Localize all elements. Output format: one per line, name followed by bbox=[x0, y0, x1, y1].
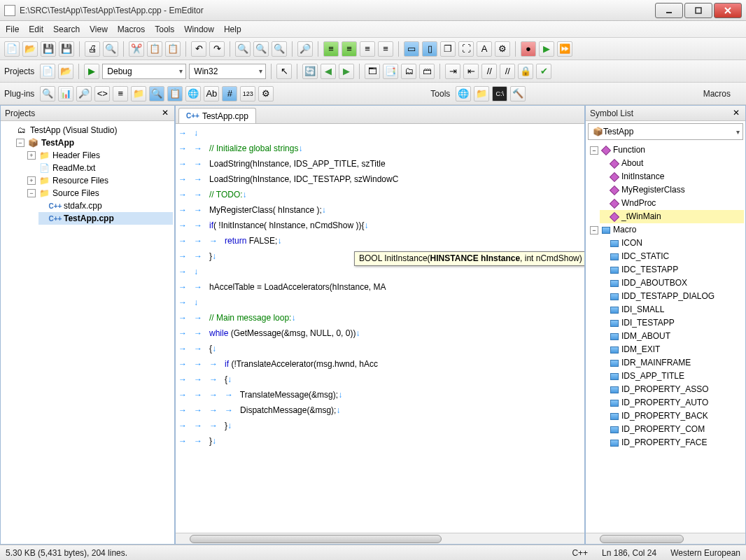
symbol-macro[interactable]: IDI_SMALL bbox=[600, 303, 744, 316]
check-icon[interactable]: ✔ bbox=[536, 64, 551, 79]
symbol-macro[interactable]: IDI_TESTAPP bbox=[600, 316, 744, 330]
symbol-macro[interactable]: IDC_TESTAPP bbox=[600, 263, 744, 276]
print-icon[interactable]: 🖨 bbox=[85, 41, 100, 57]
plugin-htmlbar-icon[interactable]: <> bbox=[94, 86, 110, 102]
maximize-button[interactable] bbox=[684, 3, 712, 18]
symbol-macro[interactable]: IDM_EXIT bbox=[600, 343, 744, 356]
zoom-fit-icon[interactable]: 🔍 bbox=[272, 41, 287, 57]
back-icon[interactable]: ◀ bbox=[321, 64, 336, 79]
symbol-group-macro[interactable]: −Macro bbox=[590, 223, 744, 237]
tile-horz-icon[interactable]: ▭ bbox=[404, 41, 419, 57]
tool-ie-icon[interactable]: 🌐 bbox=[456, 86, 471, 102]
redo-icon[interactable]: ↷ bbox=[209, 41, 225, 57]
tree-folder-resource[interactable]: +📁Resource Files bbox=[27, 174, 173, 187]
plugin-diff-icon[interactable]: 📊 bbox=[58, 86, 73, 102]
menu-tools[interactable]: Tools bbox=[155, 24, 174, 34]
font-inc-icon[interactable]: A bbox=[477, 41, 492, 57]
open-project-icon[interactable]: 📂 bbox=[58, 64, 73, 79]
new-project-icon[interactable]: 📄 bbox=[40, 64, 55, 79]
plugin-explorer-icon[interactable]: 🔍 bbox=[40, 86, 55, 102]
plugin-webpreview-icon[interactable]: 🌐 bbox=[185, 86, 201, 102]
plugin-search-icon[interactable]: 🔍 bbox=[149, 86, 164, 102]
symbol-function[interactable]: InitInstance bbox=[600, 170, 744, 183]
symbol-function[interactable]: WndProc bbox=[600, 197, 744, 210]
tree-folder-source[interactable]: −📁Source Files bbox=[27, 187, 173, 200]
plugin-outline-icon[interactable]: ≡ bbox=[113, 86, 128, 102]
symbols-icon[interactable]: 🗂 bbox=[401, 64, 416, 79]
cascade-icon[interactable]: ❐ bbox=[440, 41, 456, 57]
symbol-horizontal-scrollbar[interactable] bbox=[586, 533, 745, 544]
cut-icon[interactable]: ✂️ bbox=[129, 41, 144, 57]
open-window-icon[interactable]: 🗔 bbox=[365, 64, 380, 79]
cursor-icon[interactable]: ↖ bbox=[276, 64, 292, 79]
menu-help[interactable]: Help bbox=[224, 24, 241, 34]
minimize-button[interactable] bbox=[655, 3, 683, 18]
symbol-panel-close-icon[interactable]: ✕ bbox=[731, 108, 741, 118]
tab-testapp[interactable]: C++ TestApp.cpp bbox=[178, 108, 256, 123]
plugin-projects-icon[interactable]: 📁 bbox=[131, 86, 146, 102]
platform-dropdown[interactable]: Win32 bbox=[189, 64, 266, 79]
symbol-macro[interactable]: IDM_ABOUT bbox=[600, 330, 744, 343]
copy-icon[interactable]: 📋 bbox=[147, 41, 162, 57]
wrap-col-icon[interactable]: ≡ bbox=[378, 41, 393, 57]
tool-hammer-icon[interactable]: 🔨 bbox=[510, 86, 526, 102]
undo-icon[interactable]: ↶ bbox=[191, 41, 206, 57]
outdent-icon[interactable]: ⇤ bbox=[463, 64, 479, 79]
plugin-wordcomplete-icon[interactable]: Ab bbox=[204, 86, 219, 102]
save-all-icon[interactable]: 💾 bbox=[59, 41, 74, 57]
menu-search[interactable]: Search bbox=[53, 24, 80, 34]
config-dropdown[interactable]: Debug bbox=[102, 64, 186, 79]
find-icon[interactable]: 🔎 bbox=[297, 41, 313, 57]
comment-icon[interactable]: // bbox=[481, 64, 497, 79]
lock-icon[interactable]: 🔒 bbox=[518, 64, 533, 79]
uncomment-icon[interactable]: // bbox=[500, 64, 515, 79]
hierarchy-icon[interactable]: 🗃 bbox=[419, 64, 435, 79]
tile-vert-icon[interactable]: ▯ bbox=[422, 41, 437, 57]
symbol-macro[interactable]: ID_PROPERTY_COM bbox=[600, 423, 744, 436]
save-icon[interactable]: 💾 bbox=[41, 41, 56, 57]
symbol-function[interactable]: _tWinMain bbox=[600, 210, 744, 223]
symbol-macro[interactable]: IDD_TESTAPP_DIALOG bbox=[600, 290, 744, 303]
new-file-icon[interactable]: 📄 bbox=[4, 41, 20, 57]
symbol-group-function[interactable]: −Function bbox=[590, 144, 744, 157]
tree-project[interactable]: −📦TestApp bbox=[16, 136, 173, 149]
menu-edit[interactable]: Edit bbox=[29, 24, 43, 34]
bookmarks-icon[interactable]: 📑 bbox=[383, 64, 398, 79]
symbol-macro[interactable]: IDD_ABOUTBOX bbox=[600, 276, 744, 290]
record-macro-icon[interactable]: ● bbox=[521, 41, 536, 57]
symbol-macro[interactable]: IDR_MAINFRAME bbox=[600, 356, 744, 370]
symbol-macro[interactable]: ICON bbox=[600, 237, 744, 250]
tool-explorer-icon[interactable]: 📁 bbox=[474, 86, 489, 102]
zoom-in-icon[interactable]: 🔍 bbox=[253, 41, 269, 57]
plugin-gear-icon[interactable]: ⚙ bbox=[258, 86, 274, 102]
symbol-function[interactable]: About bbox=[600, 157, 744, 170]
editor-horizontal-scrollbar[interactable] bbox=[176, 533, 584, 544]
wrap-page-icon[interactable]: ≡ bbox=[360, 41, 375, 57]
plugin-123-icon[interactable]: 123 bbox=[240, 86, 255, 102]
close-button[interactable] bbox=[714, 3, 742, 18]
tree-file-stdafx[interactable]: C++stdafx.cpp bbox=[38, 200, 173, 212]
wrap-window-icon[interactable]: ≡ bbox=[342, 41, 357, 57]
open-file-icon[interactable]: 📂 bbox=[22, 41, 38, 57]
symbol-scope-dropdown[interactable]: 📦 TestApp bbox=[588, 123, 743, 140]
menu-view[interactable]: View bbox=[90, 24, 108, 34]
run-macro-icon[interactable]: ⏩ bbox=[557, 41, 572, 57]
zoom-out-icon[interactable]: 🔍 bbox=[235, 41, 251, 57]
tree-file-testapp[interactable]: C++TestApp.cpp bbox=[38, 212, 173, 225]
refresh-icon[interactable]: 🔄 bbox=[302, 64, 318, 79]
play-macro-icon[interactable]: ▶ bbox=[539, 41, 554, 57]
tree-solution[interactable]: 🗂TestApp (Visual Studio) bbox=[5, 124, 173, 136]
projects-panel-close-icon[interactable]: ✕ bbox=[160, 108, 170, 118]
tool-cmd-icon[interactable]: C:\ bbox=[492, 86, 507, 102]
paste-icon[interactable]: 📋 bbox=[165, 41, 181, 57]
menu-file[interactable]: File bbox=[6, 24, 19, 34]
symbol-macro[interactable]: ID_PROPERTY_ASSO bbox=[600, 383, 744, 396]
wrap-none-icon[interactable]: ≡ bbox=[323, 41, 339, 57]
tree-file-readme[interactable]: 📄ReadMe.txt bbox=[27, 162, 173, 174]
symbol-macro[interactable]: ID_PROPERTY_FACE bbox=[600, 436, 744, 449]
menu-macros[interactable]: Macros bbox=[118, 24, 145, 34]
symbol-macro[interactable]: IDS_APP_TITLE bbox=[600, 370, 744, 383]
symbol-function[interactable]: MyRegisterClass bbox=[600, 183, 744, 197]
plugin-snippets-icon[interactable]: 📋 bbox=[167, 86, 183, 102]
plugin-findbar-icon[interactable]: 🔎 bbox=[76, 86, 92, 102]
